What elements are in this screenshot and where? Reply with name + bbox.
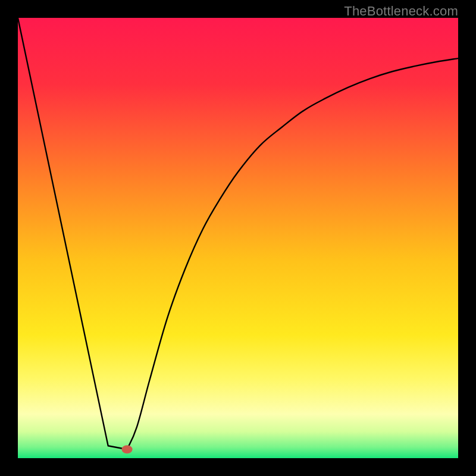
chart-background: [18, 18, 458, 458]
watermark-text: TheBottleneck.com: [344, 4, 458, 19]
chart-frame: [18, 18, 458, 458]
minimum-marker: [122, 445, 133, 453]
chart-plot: [18, 18, 458, 458]
